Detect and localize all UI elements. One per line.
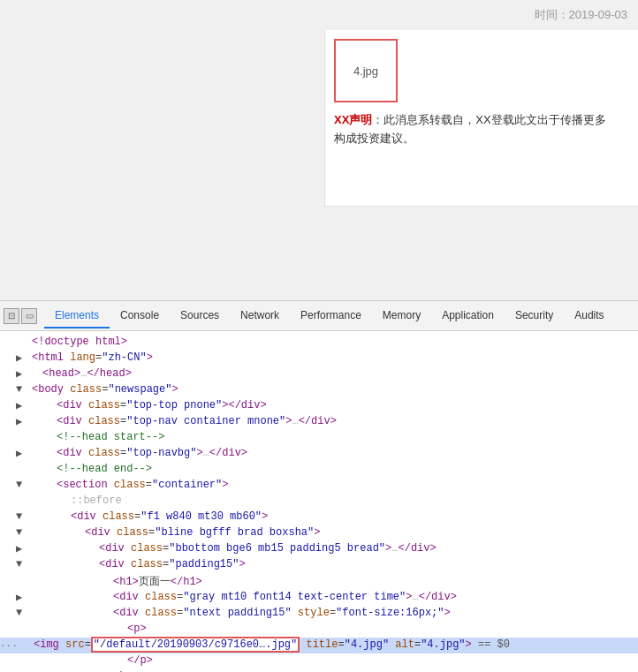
- code-line-navbg: ▶ <div class="top-navbg">…</div>: [0, 446, 638, 462]
- code-line-body: ▼ <body class="newspage">: [0, 382, 638, 398]
- tab-audits[interactable]: Audits: [564, 304, 614, 328]
- code-line-head: ▶ <head>…</head>: [0, 366, 638, 382]
- code-line-h1: <h1>页面一</h1>: [0, 573, 638, 590]
- image-alt-text: 4.jpg: [353, 64, 378, 78]
- image-placeholder: 4.jpg: [334, 39, 398, 102]
- code-line-gray: ▶ <div class="gray mt10 font14 text-cent…: [0, 590, 638, 606]
- code-line-f1: ▼ <div class="f1 w840 mt30 mb60">: [0, 510, 638, 525]
- inspect-icon[interactable]: ⊡: [4, 308, 19, 324]
- tab-memory[interactable]: Memory: [372, 304, 431, 328]
- code-line-doctype: <!doctype html>: [0, 335, 638, 351]
- preview-area: 时间：2019-09-03 4.jpg XX声明：此消息系转载自，XX登载此文出…: [0, 0, 638, 300]
- tab-performance[interactable]: Performance: [290, 304, 372, 328]
- tab-sources[interactable]: Sources: [170, 304, 230, 328]
- code-line-padding15: ▼ <div class="padding15">: [0, 557, 638, 573]
- code-line-html: ▶ <html lang="zh-CN">: [0, 351, 638, 366]
- code-line-comment-start: <!--head start-->: [0, 430, 638, 446]
- code-line-bbottom: ▶ <div class="bbottom bge6 mb15 padding5…: [0, 541, 638, 557]
- disclaimer-bold: XX声明: [334, 113, 372, 126]
- code-line-p-open: <p>: [0, 622, 638, 638]
- code-line-comment-end: <!--head end-->: [0, 462, 638, 478]
- code-area[interactable]: <!doctype html> ▶ <html lang="zh-CN"> ▶ …: [0, 331, 638, 672]
- content-box: 4.jpg XX声明：此消息系转载自，XX登载此文出于传播更多 构成投资建议。: [324, 30, 638, 207]
- device-icon[interactable]: ▭: [21, 308, 37, 324]
- code-line-before: ::before: [0, 494, 638, 510]
- tab-security[interactable]: Security: [505, 304, 564, 328]
- disclaimer-text1: ：此消息系转载自，XX登载此文出于传播更多: [372, 113, 605, 126]
- disclaimer: XX声明：此消息系转载自，XX登载此文出于传播更多 构成投资建议。: [334, 111, 629, 148]
- devtools-panel: ⊡ ▭ Elements Console Sources Network Per…: [0, 300, 638, 672]
- time-label: 时间：2019-09-03: [535, 0, 639, 26]
- code-line-p-close: </p>: [0, 653, 638, 669]
- tab-console[interactable]: Console: [110, 304, 170, 328]
- disclaimer-text2: 构成投资建议。: [334, 132, 414, 145]
- code-line-top-nav: ▶ <div class="top-nav container mnone">……: [0, 414, 638, 430]
- img-src-url[interactable]: "/default/20190903/c9716e0….jpg": [91, 637, 300, 653]
- tab-elements[interactable]: Elements: [44, 304, 110, 328]
- code-line-bline: ▼ <div class="bline bgfff brad boxsha">: [0, 525, 638, 541]
- devtools-toolbar: ⊡ ▭ Elements Console Sources Network Per…: [0, 301, 638, 331]
- toolbar-icon-group: ⊡ ▭: [4, 308, 37, 324]
- tab-network[interactable]: Network: [230, 304, 290, 328]
- code-line-top-top: ▶ <div class="top-top pnone"></div>: [0, 398, 638, 414]
- tab-application[interactable]: Application: [431, 304, 505, 328]
- code-line-section: ▼ <section class="container">: [0, 478, 638, 494]
- code-line-ntext: ▼ <div class="ntext padding15" style="fo…: [0, 606, 638, 622]
- devtools-tabs: Elements Console Sources Network Perform…: [44, 304, 634, 328]
- code-line-img-highlighted: ... <img src="/default/20190903/c9716e0……: [0, 638, 638, 653]
